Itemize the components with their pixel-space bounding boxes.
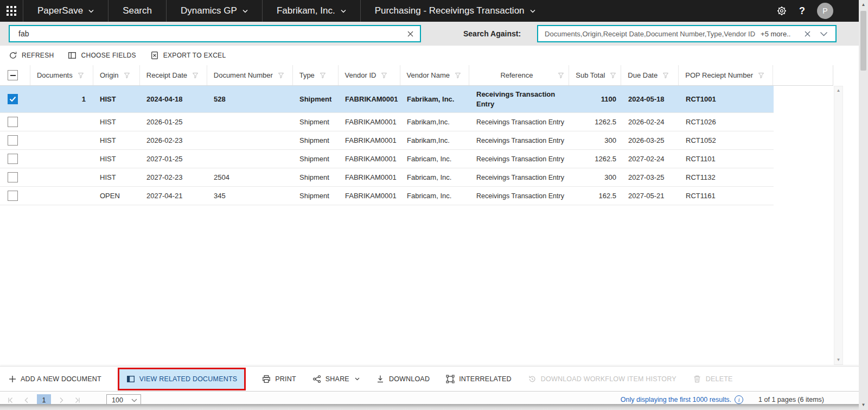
- filter-icon[interactable]: [78, 72, 84, 79]
- row-checkbox-checked[interactable]: [8, 94, 18, 104]
- filter-icon[interactable]: [758, 72, 764, 79]
- cell-origin: HIST: [93, 168, 140, 186]
- chevron-down-icon: [530, 9, 535, 13]
- table-row[interactable]: 1 HIST 2024-04-18 528 Shipment FABRIKAM0…: [0, 86, 774, 113]
- column-header-vendor-id[interactable]: Vendor ID: [339, 65, 400, 85]
- select-all-checkbox[interactable]: [8, 70, 18, 80]
- help-button[interactable]: ?: [799, 5, 805, 17]
- column-label: Due Date: [628, 71, 658, 79]
- column-label: Vendor Name: [407, 71, 450, 79]
- search-input[interactable]: [10, 29, 400, 38]
- view-related-documents-button[interactable]: VIEW RELATED DOCUMENTS: [118, 368, 246, 390]
- delete-label: DELETE: [706, 375, 733, 383]
- column-header-document-number[interactable]: Document Number: [207, 65, 293, 85]
- refresh-button[interactable]: REFRESH: [9, 51, 54, 60]
- results-limit-link[interactable]: Only displaying the first 1000 results. …: [621, 395, 743, 404]
- filter-icon[interactable]: [558, 72, 564, 79]
- cell-type: Shipment: [293, 150, 339, 168]
- filter-icon[interactable]: [455, 72, 461, 79]
- column-header-receipt-date[interactable]: Receipt Date: [140, 65, 207, 85]
- cell-due-date: 2026-03-25: [622, 131, 679, 149]
- app-launcher-button[interactable]: [0, 0, 23, 22]
- row-checkbox[interactable]: [8, 117, 18, 127]
- page-scrollbar[interactable]: ▲ ▼: [859, 0, 868, 410]
- menu-papersave[interactable]: PaperSave: [23, 0, 108, 22]
- scrollbar-thumb[interactable]: [860, 11, 866, 71]
- add-new-document-button[interactable]: ADD A NEW DOCUMENT: [9, 375, 101, 383]
- scroll-down-icon[interactable]: ▼: [837, 356, 841, 364]
- cell-vendor-name: Fabrikam,Inc.: [400, 131, 470, 149]
- filter-icon[interactable]: [662, 72, 669, 79]
- filter-icon[interactable]: [610, 72, 616, 79]
- column-header-pop-receipt-number[interactable]: POP Reciept Number: [679, 65, 773, 85]
- table-row[interactable]: HIST 2027-01-25 Shipment FABRIKAM0001 Fa…: [0, 150, 774, 168]
- results-grid: Documents Origin Receipt Date Document N…: [0, 65, 868, 365]
- table-row[interactable]: OPEN 2027-04-21 345 Shipment FABRIKAM000…: [0, 187, 774, 205]
- column-header-origin[interactable]: Origin: [93, 65, 140, 85]
- row-checkbox[interactable]: [8, 191, 18, 201]
- row-select-cell: [0, 187, 30, 205]
- search-against-expand-button[interactable]: [816, 31, 831, 36]
- column-header-vendor-name[interactable]: Vendor Name: [400, 65, 470, 85]
- table-row[interactable]: HIST 2026-01-25 Shipment FABRIKAM0001 Fa…: [0, 113, 774, 131]
- printer-icon: [262, 375, 271, 383]
- filter-icon[interactable]: [381, 72, 387, 79]
- share-button[interactable]: SHARE: [312, 375, 360, 383]
- scroll-up-icon[interactable]: ▲: [861, 0, 866, 10]
- cell-documents: [30, 131, 93, 149]
- cell-sub-total: 1262.5: [570, 150, 622, 168]
- download-label: DOWNLOAD: [389, 375, 430, 383]
- row-checkbox[interactable]: [8, 135, 18, 146]
- info-icon[interactable]: i: [735, 395, 743, 404]
- filter-icon[interactable]: [192, 72, 199, 79]
- choose-fields-button[interactable]: CHOOSE FIELDS: [68, 51, 136, 60]
- grid-header-row: Documents Origin Receipt Date Document N…: [0, 65, 833, 86]
- cell-reference: Receivings Transaction Entry: [470, 150, 570, 168]
- settings-button[interactable]: [776, 5, 787, 16]
- column-header-sub-total[interactable]: Sub Total: [569, 65, 621, 85]
- column-header-documents[interactable]: Documents: [30, 65, 93, 85]
- search-bar: Search Against: Documents,Origin,Receipt…: [0, 22, 868, 46]
- menu-company[interactable]: Fabrikam, Inc.: [262, 0, 360, 22]
- table-row[interactable]: HIST 2027-02-23 2504 Shipment FABRIKAM00…: [0, 168, 774, 187]
- plus-icon: [9, 375, 16, 383]
- export-to-excel-button[interactable]: EXPORT TO EXCEL: [150, 51, 226, 60]
- search-against-clear-button[interactable]: [799, 30, 816, 37]
- filter-icon[interactable]: [124, 72, 130, 79]
- cell-documents: [30, 168, 93, 186]
- table-row[interactable]: HIST 2026-02-23 Shipment FABRIKAM0001 Fa…: [0, 131, 774, 150]
- document-actions-toolbar: ADD A NEW DOCUMENT VIEW RELATED DOCUMENT…: [0, 366, 859, 391]
- column-header-reference[interactable]: Reference: [469, 65, 569, 85]
- cell-document-number: [207, 150, 293, 168]
- menu-search[interactable]: Search: [108, 0, 166, 22]
- cell-pop-receipt-number: RCT1161: [679, 187, 774, 205]
- row-checkbox[interactable]: [8, 172, 18, 182]
- history-icon: [528, 375, 537, 383]
- search-against-dropdown[interactable]: Documents,Origin,Receipt Date,Document N…: [537, 25, 837, 42]
- menu-document-type[interactable]: Purchasing - Receivings Transaction: [360, 0, 550, 22]
- grid-scrollbar[interactable]: ▲ ▼: [834, 86, 843, 365]
- print-button[interactable]: PRINT: [262, 375, 296, 383]
- scroll-down-icon[interactable]: ▼: [861, 400, 866, 410]
- column-header-type[interactable]: Type: [293, 65, 339, 85]
- download-icon: [376, 375, 385, 383]
- chevron-down-icon: [355, 377, 360, 381]
- search-clear-button[interactable]: [400, 30, 420, 37]
- row-checkbox[interactable]: [8, 154, 18, 164]
- cell-receipt-date: 2027-04-21: [140, 187, 207, 205]
- cell-documents: [30, 150, 93, 168]
- cell-vendor-name: Fabricam, Inc.: [400, 187, 470, 205]
- row-select-cell: [0, 86, 30, 112]
- interrelated-label: INTERRELATED: [459, 375, 512, 383]
- topbar-actions: ? P: [776, 0, 868, 22]
- interrelated-button[interactable]: INTERRELATED: [446, 375, 512, 383]
- menu-dynamics-gp[interactable]: Dynamics GP: [166, 0, 262, 22]
- scroll-up-icon[interactable]: ▲: [837, 86, 841, 95]
- filter-icon[interactable]: [320, 72, 326, 79]
- waffle-icon: [7, 6, 16, 16]
- column-header-due-date[interactable]: Due Date: [621, 65, 679, 85]
- download-button[interactable]: DOWNLOAD: [376, 375, 430, 383]
- user-avatar[interactable]: P: [817, 3, 833, 19]
- column-label: Origin: [100, 71, 119, 79]
- filter-icon[interactable]: [278, 72, 284, 79]
